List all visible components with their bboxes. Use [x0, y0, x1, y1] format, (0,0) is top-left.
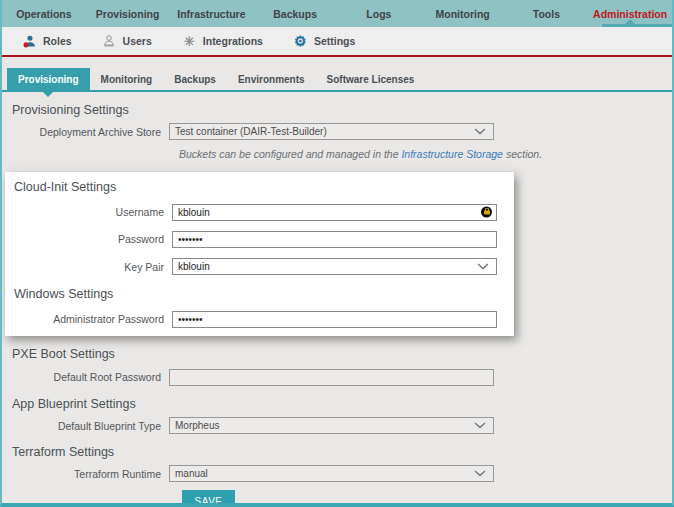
chevron-down-icon	[474, 422, 486, 429]
nav-provisioning[interactable]: Provisioning	[86, 0, 170, 27]
tab-provisioning[interactable]: Provisioning	[7, 68, 90, 90]
administrator-password-row: Administrator Password	[5, 309, 514, 328]
password-label: Password	[5, 233, 172, 245]
key-pair-label: Key Pair	[5, 261, 172, 273]
nav-infrastructure[interactable]: Infrastructure	[170, 0, 254, 27]
username-label: Username	[5, 206, 172, 218]
default-root-password-input[interactable]	[169, 369, 494, 386]
settings-gear-icon: ⚙	[293, 34, 308, 49]
nav-backups[interactable]: Backups	[253, 0, 337, 27]
top-nav: Operations Provisioning Infrastructure B…	[2, 0, 672, 27]
password-input[interactable]	[172, 231, 497, 248]
nav-monitoring[interactable]: Monitoring	[421, 0, 505, 27]
default-blueprint-type-select[interactable]: Morpheus	[169, 417, 494, 434]
tab-monitoring[interactable]: Monitoring	[90, 68, 164, 90]
key-pair-row: Key Pair kblouin	[5, 258, 514, 275]
terraform-runtime-label: Terraform Runtime	[2, 468, 169, 480]
subnav-item-integrations[interactable]: ✳ Integrations	[182, 34, 263, 49]
tab-active-caret-icon	[43, 92, 53, 97]
windows-settings-heading: Windows Settings	[5, 287, 514, 301]
default-blueprint-type-label: Default Blueprint Type	[2, 420, 169, 432]
pxe-boot-settings-heading: PXE Boot Settings	[2, 347, 672, 361]
tab-environments[interactable]: Environments	[227, 68, 316, 90]
infrastructure-storage-link[interactable]: Infrastructure Storage	[401, 148, 503, 160]
username-row: Username	[5, 202, 514, 221]
app-blueprint-settings-heading: App Blueprint Settings	[2, 397, 672, 411]
tab-provisioning-label: Provisioning	[18, 74, 79, 85]
deployment-archive-store-value: Test container (DAIR-Test-Builder)	[175, 126, 327, 137]
deployment-archive-store-select[interactable]: Test container (DAIR-Test-Builder)	[169, 123, 494, 140]
admin-subnav: Roles Users ✳ Integrations ⚙ Settings	[2, 27, 672, 57]
default-root-password-row: Default Root Password	[2, 367, 672, 386]
tab-software-licenses[interactable]: Software Licenses	[316, 68, 426, 90]
administrator-password-input[interactable]	[172, 311, 497, 328]
cloud-init-highlight-card: Cloud-Init Settings Username Password Ke…	[5, 172, 514, 336]
chevron-down-icon	[474, 470, 486, 477]
nav-administration[interactable]: Administration	[588, 0, 672, 27]
nav-active-caret-icon	[625, 19, 635, 24]
app-window: Operations Provisioning Infrastructure B…	[0, 0, 674, 507]
nav-active-underline	[602, 24, 672, 27]
subnav-roles-label: Roles	[43, 35, 72, 47]
helper-prefix: Buckets can be configured and managed in…	[179, 148, 401, 160]
subnav-settings-label: Settings	[314, 35, 355, 47]
chevron-down-icon	[474, 128, 486, 135]
roles-icon	[22, 34, 37, 49]
nav-operations[interactable]: Operations	[2, 0, 86, 27]
subnav-users-label: Users	[123, 35, 152, 47]
nav-administration-label: Administration	[593, 8, 667, 20]
provisioning-settings-heading: Provisioning Settings	[2, 103, 672, 117]
save-button[interactable]: SAVE	[182, 490, 235, 507]
cloud-init-settings-heading: Cloud-Init Settings	[5, 180, 514, 194]
terraform-runtime-select[interactable]: manual	[169, 465, 494, 482]
subnav-item-users[interactable]: Users	[102, 34, 152, 49]
terraform-runtime-row: Terraform Runtime manual	[2, 465, 672, 482]
deployment-archive-store-row: Deployment Archive Store Test container …	[2, 123, 672, 140]
default-root-password-label: Default Root Password	[2, 371, 169, 383]
default-blueprint-type-row: Default Blueprint Type Morpheus	[2, 417, 672, 434]
deployment-archive-store-label: Deployment Archive Store	[2, 126, 169, 138]
buckets-helper-text: Buckets can be configured and managed in…	[179, 148, 672, 160]
nav-logs[interactable]: Logs	[337, 0, 421, 27]
administrator-password-label: Administrator Password	[5, 313, 172, 325]
helper-suffix: section.	[503, 148, 542, 160]
integrations-icon: ✳	[182, 34, 197, 49]
users-icon	[102, 34, 117, 49]
tab-backups[interactable]: Backups	[163, 68, 227, 90]
default-blueprint-type-value: Morpheus	[175, 420, 219, 431]
key-pair-value: kblouin	[178, 261, 210, 272]
chevron-down-icon	[477, 263, 489, 270]
password-manager-lock-icon[interactable]	[481, 206, 492, 217]
subnav-item-roles[interactable]: Roles	[22, 34, 72, 49]
key-pair-select[interactable]: kblouin	[172, 258, 497, 275]
subnav-item-settings[interactable]: ⚙ Settings	[293, 34, 355, 49]
password-row: Password	[5, 229, 514, 248]
settings-tabs: Provisioning Monitoring Backups Environm…	[2, 68, 672, 92]
terraform-settings-heading: Terraform Settings	[2, 445, 672, 459]
subnav-integrations-label: Integrations	[203, 35, 263, 47]
terraform-runtime-value: manual	[175, 468, 208, 479]
username-input[interactable]	[172, 204, 497, 221]
nav-tools[interactable]: Tools	[505, 0, 589, 27]
